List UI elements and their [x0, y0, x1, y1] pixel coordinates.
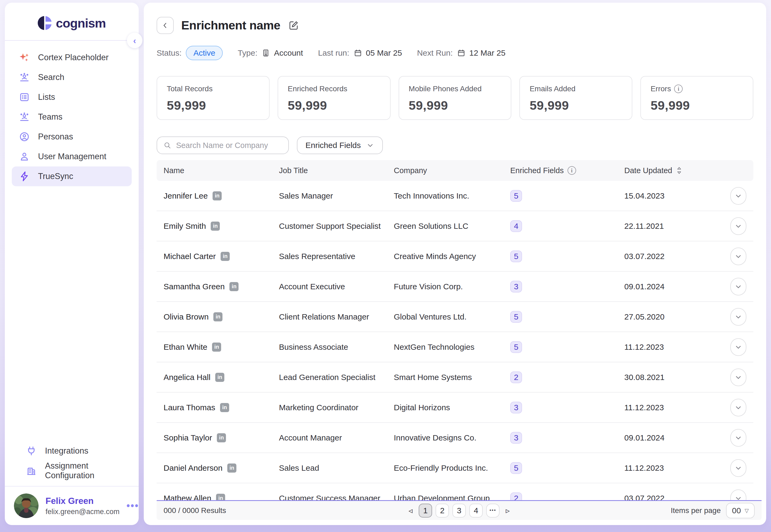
- user-menu-ellipsis-icon[interactable]: •••: [127, 500, 139, 511]
- stat-value: 59,999: [409, 98, 502, 113]
- sidebar-item-cortex-placeholder[interactable]: Cortex Placeholder: [12, 48, 132, 67]
- linkedin-icon[interactable]: in: [217, 433, 226, 442]
- row-expand-button[interactable]: [730, 368, 746, 386]
- contact-name: Emily Smith: [163, 222, 206, 231]
- sidebar-item-label: User Management: [38, 152, 106, 161]
- table-row[interactable]: Laura ThomasinMarketing CoordinatorDigit…: [157, 393, 753, 423]
- user-profile-card[interactable]: Felix Green felix.green@acme.com •••: [5, 486, 139, 525]
- date-updated-cell: 27.05.2020: [624, 312, 722, 321]
- building-small-icon: [261, 49, 270, 57]
- enriched-fields-filter-button[interactable]: Enriched Fields: [297, 136, 383, 154]
- user-email: felix.green@acme.com: [45, 508, 120, 516]
- sidebar-item-truesync[interactable]: TrueSync: [12, 166, 132, 186]
- company-cell: Eco-Friendly Products Inc.: [394, 463, 510, 473]
- company-cell: Digital Horizons: [394, 403, 510, 412]
- stat-value: 59,999: [288, 98, 380, 113]
- sidebar-item-user-management[interactable]: User Management: [12, 147, 132, 166]
- person-icon: [19, 151, 30, 162]
- date-updated-cell: 11.12.2023: [624, 463, 722, 473]
- stat-value: 59,999: [651, 98, 743, 113]
- sidebar-item-lists[interactable]: Lists: [12, 87, 132, 107]
- page-button-3[interactable]: 3: [453, 504, 466, 518]
- info-icon[interactable]: i: [674, 85, 683, 93]
- linkedin-icon[interactable]: in: [211, 222, 220, 231]
- table-row[interactable]: Angelica HallinLead Generation Specialis…: [157, 362, 753, 393]
- page-button-4[interactable]: 4: [469, 504, 483, 518]
- sidebar-item-search[interactable]: Search: [12, 67, 132, 87]
- previous-page-button[interactable]: ◃: [406, 506, 415, 515]
- sidebar-collapse-button[interactable]: ‹: [127, 33, 142, 48]
- stat-value: 59,999: [530, 98, 622, 113]
- sidebar-item-personas[interactable]: Personas: [12, 127, 132, 147]
- table-row[interactable]: Daniel AndersoninSales LeadEco-Friendly …: [157, 453, 753, 483]
- avatar: [14, 493, 39, 518]
- linkedin-icon[interactable]: in: [227, 463, 236, 473]
- table-header: NameJob TitleCompanyEnriched FieldsiDate…: [157, 160, 753, 181]
- edit-icon[interactable]: [288, 20, 299, 31]
- job-title-cell: Client Relations Manager: [279, 312, 394, 321]
- search-box[interactable]: [157, 136, 289, 154]
- table-body: Jennifer LeeinSales ManagerTech Innovati…: [157, 181, 753, 510]
- date-updated-cell: 30.08.2021: [624, 373, 722, 382]
- list-icon: [19, 92, 30, 103]
- page-button-1[interactable]: 1: [419, 504, 432, 518]
- linkedin-icon[interactable]: in: [212, 343, 221, 352]
- table-row[interactable]: Samantha GreeninAccount ExecutiveFuture …: [157, 272, 753, 302]
- linkedin-icon[interactable]: in: [212, 191, 222, 200]
- table-row[interactable]: Michael CarterinSales RepresentativeCrea…: [157, 241, 753, 272]
- linkedin-icon[interactable]: in: [220, 252, 230, 261]
- row-expand-button[interactable]: [730, 338, 746, 356]
- next-page-button[interactable]: ▹: [503, 506, 513, 515]
- table-row[interactable]: Jennifer LeeinSales ManagerTech Innovati…: [157, 181, 753, 211]
- search-input[interactable]: [176, 141, 282, 150]
- linkedin-icon[interactable]: in: [213, 312, 222, 321]
- chevron-left-icon: [161, 22, 169, 29]
- search-icon: [163, 141, 171, 150]
- status-label: Status:: [157, 48, 181, 58]
- sidebar-item-teams[interactable]: Teams: [12, 107, 132, 127]
- column-header-date-updated[interactable]: Date Updated: [624, 166, 722, 175]
- next-run-label: Next Run:: [417, 48, 453, 58]
- date-updated-cell: 03.07.2022: [624, 252, 722, 261]
- job-title-cell: Sales Lead: [279, 463, 394, 473]
- items-per-page-select[interactable]: 00 ▽: [726, 503, 755, 518]
- table-row[interactable]: Ethan WhiteinBusiness AssociateNextGen T…: [157, 332, 753, 362]
- sidebar-item-label: Lists: [38, 92, 55, 102]
- row-expand-button[interactable]: [730, 217, 746, 235]
- sort-icon[interactable]: [676, 166, 682, 174]
- sidebar-item-label: TrueSync: [38, 172, 73, 181]
- row-expand-button[interactable]: [730, 399, 746, 416]
- stat-card-errors: Errorsi59,999: [640, 76, 753, 120]
- chevron-down-icon: [366, 141, 374, 149]
- row-expand-button[interactable]: [730, 429, 746, 447]
- row-expand-button[interactable]: [730, 187, 746, 205]
- linkedin-icon[interactable]: in: [215, 373, 224, 382]
- bolt-icon: [19, 171, 30, 182]
- sidebar-nav-bottom: IntegrationsAssignment Configuration: [12, 434, 132, 481]
- type-label: Type:: [238, 48, 257, 58]
- table-row[interactable]: Olivia BrowninClient Relations ManagerGl…: [157, 302, 753, 332]
- main-panel: Enrichment name Status: Active Type: Acc…: [144, 3, 766, 525]
- linkedin-icon[interactable]: in: [220, 403, 229, 412]
- table-row[interactable]: Emily SmithinCustomer Support Specialist…: [157, 211, 753, 241]
- pagination-ellipsis-button[interactable]: •••: [486, 504, 500, 518]
- job-title-cell: Business Associate: [279, 343, 394, 352]
- table-row[interactable]: Sophia TaylorinAccount ManagerInnovative…: [157, 423, 753, 453]
- people-group-icon: [19, 72, 30, 83]
- stat-card-enriched-records: Enriched Records59,999: [277, 76, 391, 120]
- info-icon[interactable]: i: [568, 166, 576, 175]
- job-title-cell: Marketing Coordinator: [279, 403, 394, 412]
- row-expand-button[interactable]: [730, 278, 746, 295]
- contact-name: Jennifer Lee: [163, 191, 208, 200]
- page-button-2[interactable]: 2: [436, 504, 449, 518]
- row-expand-button[interactable]: [730, 248, 746, 265]
- enriched-fields-badge: 5: [510, 462, 522, 474]
- pagination: ◃1234•••▹: [406, 504, 513, 518]
- sidebar-item-integrations[interactable]: Integrations: [19, 441, 125, 461]
- enriched-fields-badge: 5: [510, 311, 522, 323]
- linkedin-icon[interactable]: in: [229, 282, 238, 291]
- back-button[interactable]: [157, 17, 174, 34]
- sidebar-item-assignment-configuration[interactable]: Assignment Configuration: [19, 461, 125, 481]
- row-expand-button[interactable]: [730, 308, 746, 326]
- row-expand-button[interactable]: [730, 459, 746, 477]
